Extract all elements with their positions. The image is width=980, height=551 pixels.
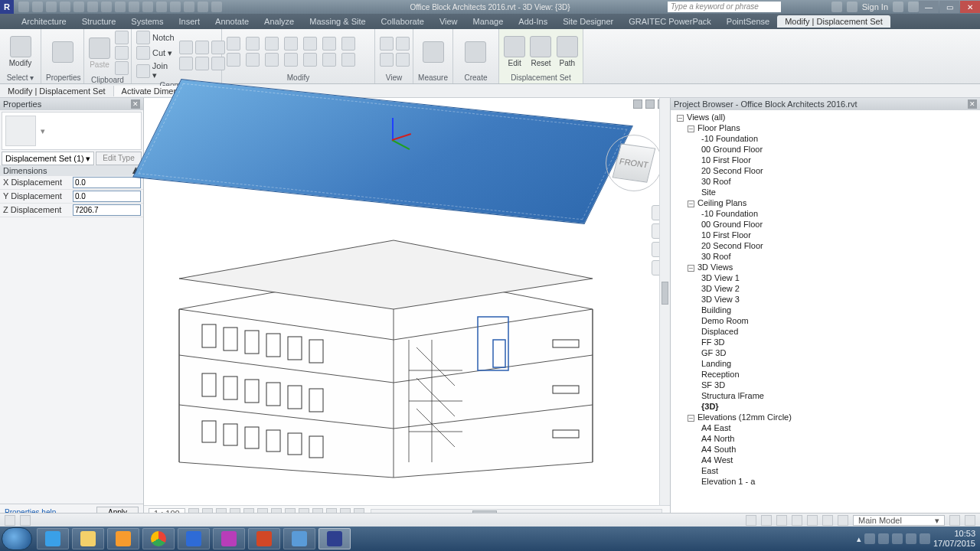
- workset-icon[interactable]: [5, 515, 15, 526]
- array-icon[interactable]: [322, 37, 336, 51]
- tab-pointsense[interactable]: PointSense: [719, 15, 777, 28]
- unpin-icon[interactable]: [303, 53, 317, 67]
- tray-power-icon[interactable]: [920, 533, 930, 544]
- tab-modify-displacement[interactable]: Modify | Displacement Set: [777, 15, 890, 28]
- properties-close-button[interactable]: ✕: [131, 99, 140, 109]
- view-tool-icon[interactable]: [396, 37, 410, 51]
- help-search-input[interactable]: Type a keyword or phrase: [668, 2, 781, 12]
- tree-node[interactable]: SF 3D: [671, 380, 980, 390]
- prop-x-input[interactable]: [73, 177, 141, 188]
- tree-node[interactable]: 30 Roof: [671, 176, 980, 187]
- instance-selector[interactable]: Displacement Set (1)▾: [2, 152, 94, 165]
- select-links-icon[interactable]: [776, 515, 787, 526]
- select-underlay-icon[interactable]: [792, 515, 802, 526]
- tray-volume-icon[interactable]: [906, 533, 916, 544]
- workset-combo[interactable]: Main Model▾: [853, 515, 945, 526]
- reset-displacement-button[interactable]: Reset: [530, 36, 551, 67]
- notch-icon[interactable]: [136, 31, 150, 44]
- tree-node[interactable]: {3D}: [671, 401, 980, 412]
- offset-icon[interactable]: [246, 53, 260, 67]
- tray-network-icon[interactable]: [878, 533, 889, 544]
- exchange-icon[interactable]: [893, 2, 903, 12]
- prop-z-input[interactable]: [73, 204, 141, 216]
- tree-node[interactable]: –Views (all): [671, 112, 980, 122]
- type-selector-area[interactable]: ▾: [2, 112, 142, 150]
- view-tool-icon[interactable]: [380, 53, 394, 67]
- taskbar-gotomeeting[interactable]: [283, 528, 315, 549]
- prop-y-input[interactable]: [73, 191, 141, 202]
- geom-tool-icon[interactable]: [179, 57, 193, 70]
- project-browser-close-button[interactable]: ✕: [968, 99, 977, 109]
- tree-node[interactable]: Landing: [671, 358, 980, 369]
- drawing-canvas[interactable]: FRONT 1 : 100: [144, 98, 671, 520]
- tree-node[interactable]: A4 South: [671, 444, 980, 455]
- tree-node[interactable]: Elevation 1 - a: [671, 476, 980, 487]
- delete-icon[interactable]: [322, 53, 336, 67]
- view-tool-icon[interactable]: [380, 37, 394, 51]
- tree-node[interactable]: -10 Foundation: [671, 133, 980, 144]
- tree-node[interactable]: –3D Views: [671, 262, 980, 272]
- view-cube[interactable]: FRONT: [612, 141, 656, 185]
- start-button[interactable]: [2, 527, 32, 550]
- taskbar-onenote[interactable]: [213, 528, 245, 549]
- app-menu-button[interactable]: R: [0, 0, 14, 14]
- select-pinned-icon[interactable]: [807, 515, 818, 526]
- tree-node[interactable]: 3D View 2: [671, 283, 980, 294]
- project-browser-tree[interactable]: –Views (all)–Floor Plans-10 Foundation00…: [671, 110, 980, 520]
- geom-tool-icon[interactable]: [195, 57, 209, 70]
- tab-view[interactable]: View: [432, 15, 466, 28]
- group-icon[interactable]: [341, 53, 355, 67]
- account-icon[interactable]: [847, 2, 858, 12]
- tab-systems[interactable]: Systems: [123, 15, 171, 28]
- match-icon[interactable]: [115, 61, 129, 75]
- taskbar-media[interactable]: [107, 528, 139, 549]
- tab-insert[interactable]: Insert: [172, 15, 208, 28]
- split-icon[interactable]: [303, 37, 317, 51]
- tree-node[interactable]: 10 First Floor: [671, 155, 980, 165]
- join-geom-icon[interactable]: [136, 64, 150, 78]
- tab-sitedesigner[interactable]: Site Designer: [555, 15, 621, 28]
- close-button[interactable]: ✕: [960, 1, 980, 13]
- tab-addins[interactable]: Add-Ins: [511, 15, 555, 28]
- taskbar-ie[interactable]: [37, 528, 69, 549]
- qat-print-icon[interactable]: [74, 2, 84, 12]
- qat-more-icon[interactable]: [211, 2, 222, 12]
- taskbar-revit[interactable]: [318, 528, 351, 549]
- modify-tool-button[interactable]: Modify: [5, 36, 36, 67]
- tree-node[interactable]: GF 3D: [671, 347, 980, 358]
- path-displacement-button[interactable]: Path: [557, 36, 578, 67]
- qat-section-icon[interactable]: [156, 2, 167, 12]
- tree-node[interactable]: 20 Second Floor: [671, 240, 980, 251]
- tab-annotate[interactable]: Annotate: [207, 15, 256, 28]
- paste-button[interactable]: Paste: [89, 37, 110, 69]
- vertical-scrollbar[interactable]: [659, 98, 670, 505]
- tree-node[interactable]: –Floor Plans: [671, 122, 980, 133]
- maximize-button[interactable]: ▭: [939, 1, 959, 13]
- align-icon[interactable]: [265, 53, 279, 67]
- view-tool-icon[interactable]: [396, 53, 410, 67]
- qat-undo-icon[interactable]: [46, 2, 57, 12]
- tab-structure[interactable]: Structure: [74, 15, 124, 28]
- tab-manage[interactable]: Manage: [466, 15, 511, 28]
- tree-node[interactable]: Displaced: [671, 326, 980, 337]
- copy-clip-icon[interactable]: [115, 46, 129, 60]
- tree-node[interactable]: A4 East: [671, 422, 980, 433]
- taskbar-outlook[interactable]: [178, 528, 210, 549]
- design-options-icon[interactable]: [746, 515, 756, 526]
- tree-node[interactable]: 10 First Floor: [671, 230, 980, 240]
- measure-button[interactable]: [418, 41, 448, 63]
- tab-architecture[interactable]: Architecture: [14, 15, 74, 28]
- edit-type-button[interactable]: Edit Type: [96, 152, 142, 165]
- tree-node[interactable]: A4 West: [671, 455, 980, 465]
- filter-icon[interactable]: [949, 515, 960, 526]
- minimize-button[interactable]: —: [919, 1, 939, 13]
- tree-node[interactable]: 00 Ground Floor: [671, 144, 980, 155]
- tree-node[interactable]: Site: [671, 187, 980, 197]
- tree-node[interactable]: Building: [671, 305, 980, 315]
- tree-node[interactable]: Demo Room: [671, 315, 980, 326]
- tab-massing[interactable]: Massing & Site: [302, 15, 373, 28]
- qat-close-icon[interactable]: [184, 2, 194, 12]
- tree-node[interactable]: FF 3D: [671, 337, 980, 347]
- taskbar-chrome[interactable]: [142, 528, 175, 549]
- trim-icon[interactable]: [284, 37, 298, 51]
